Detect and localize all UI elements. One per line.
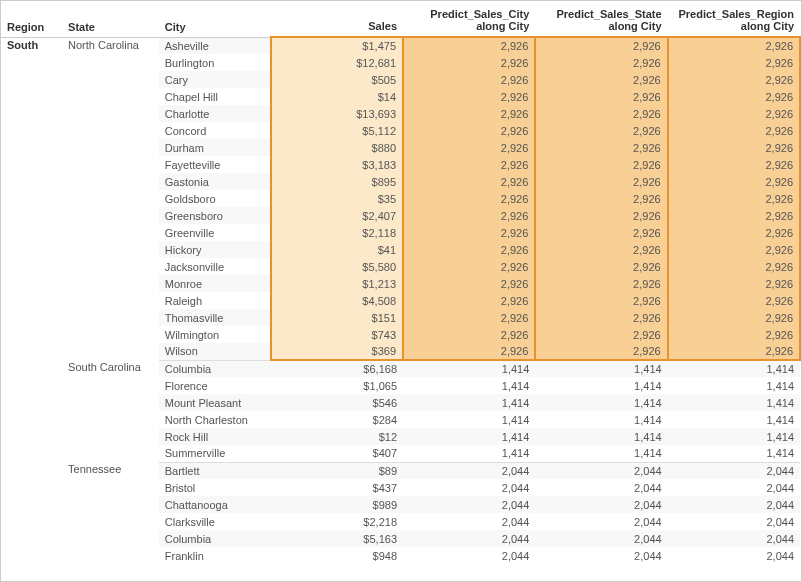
table-row[interactable]: Thomasville$1512,9262,9262,926 (1, 309, 800, 326)
table-row[interactable]: Summerville$4071,4141,4141,414 (1, 445, 800, 462)
predict-city-cell[interactable]: 2,926 (403, 54, 535, 71)
predict-city-cell[interactable]: 2,926 (403, 326, 535, 343)
predict-state-cell[interactable]: 2,044 (535, 547, 667, 564)
predict-city-cell[interactable]: 2,926 (403, 71, 535, 88)
predict-city-cell[interactable]: 2,926 (403, 224, 535, 241)
sales-cell[interactable]: $437 (271, 479, 403, 496)
table-row[interactable]: Bristol$4372,0442,0442,044 (1, 479, 800, 496)
table-row[interactable]: Goldsboro$352,9262,9262,926 (1, 190, 800, 207)
predict-city-cell[interactable]: 1,414 (403, 411, 535, 428)
predict-city-cell[interactable]: 2,926 (403, 190, 535, 207)
sales-cell[interactable]: $4,508 (271, 292, 403, 309)
predict-state-cell[interactable]: 1,414 (535, 394, 667, 411)
predict-city-cell[interactable]: 2,044 (403, 547, 535, 564)
city-cell[interactable]: Summerville (159, 445, 271, 462)
predict-region-cell[interactable]: 2,926 (668, 54, 800, 71)
table-row[interactable]: Gastonia$8952,9262,9262,926 (1, 173, 800, 190)
predict-region-cell[interactable]: 2,926 (668, 275, 800, 292)
predict-state-cell[interactable]: 2,926 (535, 54, 667, 71)
city-cell[interactable]: Columbia (159, 530, 271, 547)
header-sales[interactable]: Sales (271, 1, 403, 37)
table-row[interactable]: Burlington$12,6812,9262,9262,926 (1, 54, 800, 71)
table-row[interactable]: Cary$5052,9262,9262,926 (1, 71, 800, 88)
table-row[interactable]: Raleigh$4,5082,9262,9262,926 (1, 292, 800, 309)
predict-state-cell[interactable]: 2,926 (535, 258, 667, 275)
city-cell[interactable]: Hickory (159, 241, 271, 258)
city-cell[interactable]: Asheville (159, 37, 271, 54)
sales-cell[interactable]: $5,580 (271, 258, 403, 275)
table-row[interactable]: Columbia$5,1632,0442,0442,044 (1, 530, 800, 547)
predict-state-cell[interactable]: 1,414 (535, 360, 667, 377)
city-cell[interactable]: Wilmington (159, 326, 271, 343)
city-cell[interactable]: Gastonia (159, 173, 271, 190)
predict-region-cell[interactable]: 1,414 (668, 360, 800, 377)
predict-state-cell[interactable]: 2,044 (535, 462, 667, 479)
header-state[interactable]: State (62, 1, 159, 37)
sales-cell[interactable]: $89 (271, 462, 403, 479)
predict-state-cell[interactable]: 2,926 (535, 241, 667, 258)
predict-city-cell[interactable]: 2,926 (403, 105, 535, 122)
table-row[interactable]: Durham$8802,9262,9262,926 (1, 139, 800, 156)
city-cell[interactable]: Thomasville (159, 309, 271, 326)
predict-city-cell[interactable]: 2,044 (403, 462, 535, 479)
predict-region-cell[interactable]: 2,044 (668, 513, 800, 530)
city-cell[interactable]: Jacksonville (159, 258, 271, 275)
predict-city-cell[interactable]: 1,414 (403, 394, 535, 411)
predict-region-cell[interactable]: 1,414 (668, 445, 800, 462)
sales-cell[interactable]: $12,681 (271, 54, 403, 71)
predict-region-cell[interactable]: 2,044 (668, 479, 800, 496)
city-cell[interactable]: Chattanooga (159, 496, 271, 513)
predict-state-cell[interactable]: 1,414 (535, 428, 667, 445)
predict-city-cell[interactable]: 2,926 (403, 207, 535, 224)
city-cell[interactable]: Bartlett (159, 462, 271, 479)
table-row[interactable]: Greenville$2,1182,9262,9262,926 (1, 224, 800, 241)
predict-state-cell[interactable]: 2,044 (535, 496, 667, 513)
predict-region-cell[interactable]: 2,044 (668, 496, 800, 513)
predict-state-cell[interactable]: 2,926 (535, 71, 667, 88)
predict-city-cell[interactable]: 2,044 (403, 513, 535, 530)
predict-city-cell[interactable]: 2,044 (403, 479, 535, 496)
predict-state-cell[interactable]: 2,926 (535, 326, 667, 343)
predict-state-cell[interactable]: 2,926 (535, 207, 667, 224)
city-cell[interactable]: Raleigh (159, 292, 271, 309)
predict-state-cell[interactable]: 1,414 (535, 377, 667, 394)
predict-city-cell[interactable]: 2,926 (403, 343, 535, 360)
predict-state-cell[interactable]: 2,926 (535, 292, 667, 309)
table-row[interactable]: Monroe$1,2132,9262,9262,926 (1, 275, 800, 292)
table-row[interactable]: TennesseeBartlett$892,0442,0442,044 (1, 462, 800, 479)
predict-city-cell[interactable]: 2,926 (403, 275, 535, 292)
city-cell[interactable]: Concord (159, 122, 271, 139)
sales-cell[interactable]: $284 (271, 411, 403, 428)
sales-cell[interactable]: $5,112 (271, 122, 403, 139)
predict-state-cell[interactable]: 1,414 (535, 445, 667, 462)
city-cell[interactable]: Mount Pleasant (159, 394, 271, 411)
city-cell[interactable]: Cary (159, 71, 271, 88)
predict-region-cell[interactable]: 2,044 (668, 547, 800, 564)
header-predict-region[interactable]: Predict_Sales_Region along City (668, 1, 800, 37)
predict-city-cell[interactable]: 2,926 (403, 37, 535, 54)
predict-city-cell[interactable]: 2,044 (403, 530, 535, 547)
table-row[interactable]: Florence$1,0651,4141,4141,414 (1, 377, 800, 394)
city-cell[interactable]: Florence (159, 377, 271, 394)
sales-cell[interactable]: $12 (271, 428, 403, 445)
table-row[interactable]: Mount Pleasant$5461,4141,4141,414 (1, 394, 800, 411)
city-cell[interactable]: Goldsboro (159, 190, 271, 207)
city-cell[interactable]: Fayetteville (159, 156, 271, 173)
predict-state-cell[interactable]: 1,414 (535, 411, 667, 428)
header-region[interactable]: Region (1, 1, 62, 37)
predict-state-cell[interactable]: 2,926 (535, 37, 667, 54)
city-cell[interactable]: Charlotte (159, 105, 271, 122)
predict-state-cell[interactable]: 2,926 (535, 275, 667, 292)
sales-cell[interactable]: $989 (271, 496, 403, 513)
sales-cell[interactable]: $1,475 (271, 37, 403, 54)
city-cell[interactable]: Bristol (159, 479, 271, 496)
table-row[interactable]: Greensboro$2,4072,9262,9262,926 (1, 207, 800, 224)
header-predict-city[interactable]: Predict_Sales_City along City (403, 1, 535, 37)
city-cell[interactable]: Chapel Hill (159, 88, 271, 105)
city-cell[interactable]: Rock Hill (159, 428, 271, 445)
predict-state-cell[interactable]: 2,926 (535, 309, 667, 326)
predict-city-cell[interactable]: 2,926 (403, 88, 535, 105)
city-cell[interactable]: Greensboro (159, 207, 271, 224)
sales-cell[interactable]: $743 (271, 326, 403, 343)
table-row[interactable]: SouthNorth CarolinaAsheville$1,4752,9262… (1, 37, 800, 54)
